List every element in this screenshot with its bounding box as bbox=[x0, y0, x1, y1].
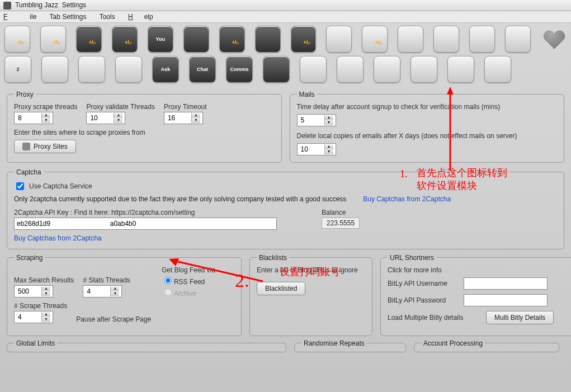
randomise-group: Randomise Repeats bbox=[294, 339, 406, 352]
user-add-icon[interactable] bbox=[469, 26, 495, 53]
multi-bitly-button[interactable]: Multi Bitly Details bbox=[486, 311, 554, 324]
youtube-icon[interactable]: You bbox=[148, 26, 173, 53]
click-info-label: Click for more info bbox=[388, 266, 442, 274]
archive-radio: Archive bbox=[162, 287, 215, 297]
scrape-threads-input[interactable]: ▲▼ bbox=[14, 311, 53, 323]
menubar: File Tab Settings Tools Help bbox=[0, 11, 571, 23]
menu-help[interactable]: Help bbox=[128, 13, 153, 21]
stats-threads-label: # Stats Threads bbox=[83, 276, 130, 284]
mail-delay-label: Time delay after account signup to check… bbox=[297, 103, 501, 111]
link-icon[interactable] bbox=[326, 26, 352, 53]
api-key-label: 2Captcha API Key : Find it here: https:/… bbox=[14, 209, 294, 216]
satellite-icon[interactable] bbox=[300, 56, 327, 83]
use-captcha-label: Use Captcha Service bbox=[29, 182, 92, 190]
app-icon bbox=[3, 2, 11, 10]
mail-delay-input[interactable]: ▲▼ bbox=[297, 114, 336, 126]
notes-icon[interactable] bbox=[4, 26, 30, 53]
balance-label: Balance bbox=[322, 209, 360, 216]
menu-tools[interactable]: Tools bbox=[100, 13, 115, 21]
section-name: Settings bbox=[62, 1, 86, 9]
proxy-legend: Proxy bbox=[14, 91, 36, 98]
blacklists-legend: Blacklists bbox=[257, 254, 289, 262]
scrape-threads-label: # Scrape Threads bbox=[14, 302, 67, 310]
proxy-validate-label: Proxy validate Threads bbox=[86, 103, 155, 111]
ask-icon[interactable]: Ask bbox=[152, 56, 179, 83]
shorteners-group: URL Shortners Click for more info BitLy … bbox=[380, 254, 571, 336]
calendar-icon[interactable] bbox=[41, 56, 68, 83]
proxy-scrape-input[interactable]: ▲▼ bbox=[14, 112, 53, 124]
notes2-icon[interactable] bbox=[40, 26, 66, 53]
global-limits-group: Global Limits bbox=[7, 339, 286, 352]
proxy-sites-button[interactable]: Proxy Sites bbox=[14, 140, 76, 153]
comms-icon[interactable]: Comms bbox=[226, 56, 253, 83]
captcha-legend: Captcha bbox=[14, 168, 44, 176]
titlebar: Tumbling Jazz Settings bbox=[0, 0, 571, 11]
proxy-sites-label: Enter the sites where to scrape proxies … bbox=[14, 129, 145, 136]
proxy-timeout-input[interactable]: ▲▼ bbox=[164, 112, 203, 124]
mail-delete-input[interactable]: ▲▼ bbox=[297, 143, 336, 155]
account-processing-group: Account Processing bbox=[414, 339, 559, 352]
menu-file[interactable]: File bbox=[3, 13, 36, 21]
stats-threads-input[interactable]: ▲▼ bbox=[83, 285, 122, 297]
globe-rss-icon[interactable] bbox=[112, 26, 138, 53]
bitly-user-label: BitLy API Username bbox=[388, 280, 455, 287]
link-rss-icon[interactable] bbox=[362, 26, 388, 53]
target-icon bbox=[22, 143, 30, 150]
soundcloud-rss-icon[interactable] bbox=[291, 26, 317, 53]
captcha-note: Only 2captcha currently supported due to… bbox=[14, 195, 346, 203]
account-legend: Account Processing bbox=[421, 339, 485, 347]
bitly-user-input[interactable] bbox=[464, 277, 548, 290]
shorteners-legend: URL Shortners bbox=[388, 254, 436, 262]
proxy-group: Proxy Proxy scrape threads ▲▼ Proxy vali… bbox=[7, 91, 282, 163]
robot-icon[interactable] bbox=[484, 56, 511, 83]
clapper-icon[interactable] bbox=[183, 26, 209, 53]
scraping-legend: Scraping bbox=[14, 254, 45, 262]
proxy-scrape-label: Proxy scrape threads bbox=[14, 103, 77, 111]
user-remove-icon[interactable] bbox=[505, 26, 531, 53]
rss-feed-radio[interactable]: RSS Feed bbox=[162, 275, 215, 286]
clapper-rss-icon[interactable] bbox=[219, 26, 245, 53]
picture-icon[interactable] bbox=[374, 56, 400, 83]
recycle-icon[interactable] bbox=[433, 26, 459, 53]
blacklists-label: Enter a list of Blog URLs to ignore bbox=[257, 266, 358, 274]
buy-captcha-link[interactable]: Buy Captchas from 2Captcha bbox=[363, 195, 451, 203]
eye-icon[interactable] bbox=[263, 56, 290, 83]
buy-captcha-link-2[interactable]: Buy Captchas from 2Captcha bbox=[14, 234, 294, 242]
bitly-pass-label: BitLy API Password bbox=[388, 296, 455, 304]
menu-tabsettings[interactable]: Tab Settings bbox=[49, 13, 86, 21]
wifi-icon[interactable] bbox=[115, 56, 142, 83]
load-bitly-label: Load Multiple Bitly details bbox=[388, 314, 477, 322]
balance-value: 223.5555 bbox=[322, 218, 360, 229]
use-captcha-checkbox[interactable] bbox=[16, 182, 24, 190]
global-limits-legend: Global Limits bbox=[14, 339, 57, 347]
toolbar: You 2AskChatComms bbox=[0, 23, 571, 87]
scraping-group: Scraping Max Search Results ▲▼ # Stats T… bbox=[7, 254, 242, 336]
proxy-validate-input[interactable]: ▲▼ bbox=[86, 112, 125, 124]
soundcloud-icon[interactable] bbox=[255, 26, 281, 53]
stats-icon[interactable] bbox=[410, 56, 437, 83]
image-rss-icon[interactable] bbox=[76, 26, 102, 53]
app-name: Tumbling Jazz bbox=[15, 1, 58, 9]
mail-delete-label: Delete local copies of emails after X da… bbox=[297, 132, 517, 140]
bitly-pass-input[interactable] bbox=[464, 294, 548, 306]
captcha-group: Captcha Use Captcha Service Only 2captch… bbox=[7, 168, 564, 249]
proxy-timeout-label: Proxy Timeout bbox=[164, 103, 207, 111]
mails-group: Mails Time delay after account signup to… bbox=[290, 91, 565, 163]
gear-settings-icon[interactable] bbox=[447, 56, 474, 83]
two-icon[interactable]: 2 bbox=[4, 56, 31, 83]
list-icon[interactable] bbox=[78, 56, 105, 83]
search-icon[interactable] bbox=[337, 56, 364, 83]
heart-icon[interactable] bbox=[541, 26, 567, 53]
pause-after-label: Pause after Scrape Page bbox=[76, 315, 151, 323]
randomise-legend: Randomise Repeats bbox=[301, 339, 367, 347]
api-key-input[interactable] bbox=[14, 218, 277, 230]
max-results-label: Max Search Results bbox=[14, 276, 74, 284]
feed-via-label: Get Blog Feed via bbox=[162, 266, 215, 274]
mails-legend: Mails bbox=[297, 91, 317, 98]
max-results-input[interactable]: ▲▼ bbox=[14, 285, 53, 297]
blacklisted-button[interactable]: Blacklisted bbox=[257, 282, 305, 295]
redo-icon[interactable] bbox=[398, 26, 423, 53]
blacklists-group: Blacklists Enter a list of Blog URLs to … bbox=[249, 254, 372, 336]
chat-icon[interactable]: Chat bbox=[189, 56, 216, 83]
